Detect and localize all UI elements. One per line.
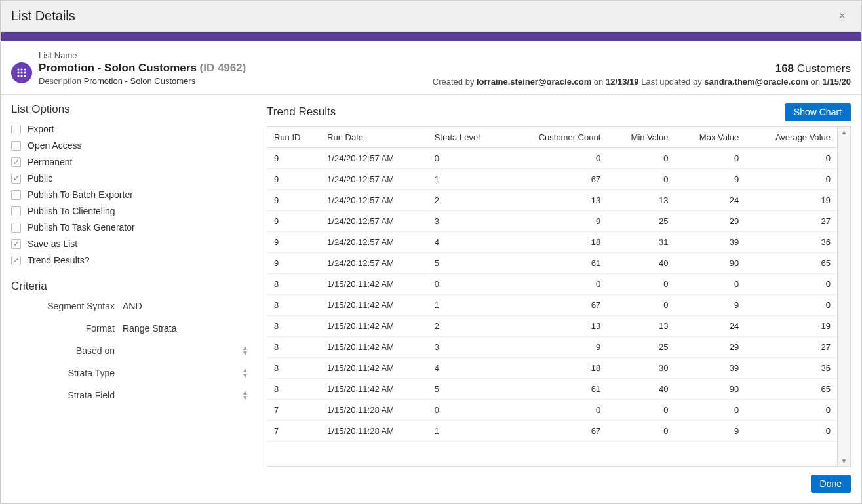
svg-point-8 — [24, 75, 26, 77]
cell-run_date: 1/15/20 11:42 AM — [321, 316, 428, 337]
cell-min: 0 — [607, 421, 675, 442]
cell-min: 0 — [607, 274, 675, 295]
updated-by-user: sandra.them@oracle.com — [704, 77, 808, 87]
chevron-down-icon[interactable]: ▼ — [242, 351, 248, 356]
spinner-control[interactable]: ▲▼ — [242, 345, 248, 356]
criteria-label: Strata Field — [11, 390, 123, 400]
table-row[interactable]: 81/15/20 11:42 AM418303936 — [267, 358, 837, 379]
table-row[interactable]: 71/15/20 11:28 AM00000 — [267, 400, 837, 421]
table-row[interactable]: 91/24/20 12:57 AM00000 — [267, 148, 837, 169]
checkbox[interactable] — [11, 206, 21, 216]
list-icon — [11, 62, 32, 83]
checkbox[interactable] — [11, 190, 21, 200]
cell-run_date: 1/15/20 11:42 AM — [321, 358, 428, 379]
table-row[interactable]: 81/15/20 11:42 AM39252927 — [267, 337, 837, 358]
trend-table: Run ID Run Date Strata Level Customer Co… — [267, 127, 837, 442]
table-row[interactable]: 91/24/20 12:57 AM167090 — [267, 169, 837, 190]
cell-cust: 67 — [507, 169, 608, 190]
cell-cust: 18 — [507, 232, 608, 253]
trend-table-scroll[interactable]: Run ID Run Date Strata Level Customer Co… — [267, 127, 837, 466]
chevron-down-icon[interactable]: ▼ — [242, 373, 248, 378]
scroll-down-icon[interactable]: ▼ — [841, 457, 848, 465]
updated-on-date: 1/15/20 — [823, 77, 851, 87]
table-row[interactable]: 81/15/20 11:42 AM561409065 — [267, 379, 837, 400]
cell-min: 13 — [607, 190, 675, 211]
cell-run_date: 1/24/20 12:57 AM — [321, 232, 428, 253]
criteria-row: Strata Field▲▼ — [11, 390, 254, 400]
outer-scrollbar[interactable]: ▲ ▼ — [837, 127, 850, 466]
checkbox[interactable] — [11, 157, 21, 167]
col-run-date[interactable]: Run Date — [321, 127, 428, 148]
checkbox[interactable] — [11, 256, 21, 265]
checkbox[interactable] — [11, 125, 21, 134]
left-column: List Options ExportOpen AccessPermanentP… — [11, 103, 267, 467]
cell-strata: 0 — [428, 400, 507, 421]
description-value: Promotion - Solon Customers — [84, 76, 196, 86]
cell-avg: 36 — [745, 358, 837, 379]
close-icon[interactable]: × — [833, 7, 851, 26]
cell-strata: 1 — [428, 421, 507, 442]
cell-max: 29 — [675, 211, 745, 232]
description-label: Description — [39, 76, 81, 86]
table-row[interactable]: 81/15/20 11:42 AM00000 — [267, 274, 837, 295]
cell-strata: 0 — [428, 274, 507, 295]
checkbox[interactable] — [11, 174, 21, 184]
criteria-rows: Segment SyntaxANDFormatRange StrataBased… — [11, 301, 254, 400]
col-max-value[interactable]: Max Value — [675, 127, 745, 148]
titlebar: List Details × — [1, 1, 861, 32]
cell-cust: 18 — [507, 358, 608, 379]
checkbox[interactable] — [11, 239, 21, 249]
list-option-row: Export — [11, 124, 254, 134]
cell-run_date: 1/24/20 12:57 AM — [321, 253, 428, 274]
cell-run_id: 8 — [267, 316, 321, 337]
cell-min: 25 — [607, 211, 675, 232]
done-button[interactable]: Done — [811, 475, 851, 493]
col-average-value[interactable]: Average Value — [745, 127, 837, 148]
option-label: Save as List — [28, 239, 77, 249]
table-row[interactable]: 81/15/20 11:42 AM167090 — [267, 295, 837, 316]
cell-avg: 65 — [745, 253, 837, 274]
table-row[interactable]: 81/15/20 11:42 AM213132419 — [267, 316, 837, 337]
cell-avg: 19 — [745, 316, 837, 337]
option-label: Trend Results? — [28, 255, 89, 265]
spinner-control[interactable]: ▲▼ — [242, 368, 248, 378]
cell-avg: 27 — [745, 337, 837, 358]
table-row[interactable]: 91/24/20 12:57 AM418313936 — [267, 232, 837, 253]
svg-point-2 — [24, 68, 26, 70]
criteria-row: Segment SyntaxAND — [11, 301, 254, 311]
customer-count-number: 168 — [775, 62, 794, 75]
cell-cust: 0 — [507, 274, 608, 295]
cell-run_id: 7 — [267, 400, 321, 421]
cell-strata: 4 — [428, 358, 507, 379]
cell-min: 0 — [607, 400, 675, 421]
criteria-value: AND — [123, 301, 254, 311]
cell-max: 24 — [675, 190, 745, 211]
cell-min: 13 — [607, 316, 675, 337]
table-row[interactable]: 91/24/20 12:57 AM39252927 — [267, 211, 837, 232]
scroll-up-icon[interactable]: ▲ — [841, 128, 848, 136]
col-min-value[interactable]: Min Value — [607, 127, 675, 148]
checkbox[interactable] — [11, 141, 21, 151]
cell-run_id: 8 — [267, 337, 321, 358]
table-row[interactable]: 71/15/20 11:28 AM167090 — [267, 421, 837, 442]
checkbox[interactable] — [11, 223, 21, 233]
col-customer-count[interactable]: Customer Count — [507, 127, 608, 148]
cell-strata: 1 — [428, 295, 507, 316]
cell-run_date: 1/24/20 12:57 AM — [321, 169, 428, 190]
spinner-control[interactable]: ▲▼ — [242, 390, 248, 400]
cell-strata: 5 — [428, 253, 507, 274]
criteria-heading: Criteria — [11, 280, 254, 293]
criteria-label: Format — [11, 323, 123, 334]
right-column: Trend Results Show Chart Run ID Run Date… — [267, 103, 851, 467]
chevron-down-icon[interactable]: ▼ — [242, 395, 248, 400]
cell-avg: 0 — [745, 295, 837, 316]
col-strata-level[interactable]: Strata Level — [428, 127, 507, 148]
table-row[interactable]: 91/24/20 12:57 AM213132419 — [267, 190, 837, 211]
cell-cust: 67 — [507, 421, 608, 442]
col-run-id[interactable]: Run ID — [267, 127, 321, 148]
show-chart-button[interactable]: Show Chart — [785, 103, 851, 121]
table-row[interactable]: 91/24/20 12:57 AM561409065 — [267, 253, 837, 274]
list-name: Promotion - Solon Customers (ID 4962) — [39, 62, 433, 75]
list-option-row: Save as List — [11, 239, 254, 249]
cell-max: 90 — [675, 253, 745, 274]
